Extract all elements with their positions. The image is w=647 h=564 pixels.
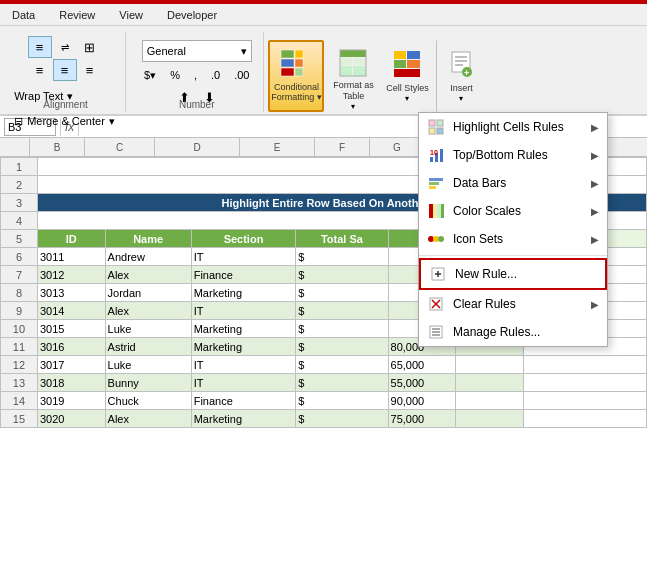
cell-name[interactable]: Andrew [105,248,191,266]
cell-name[interactable]: Astrid [105,338,191,356]
data-bars-item[interactable]: Data Bars ▶ [419,169,607,197]
cell-id[interactable]: 3018 [37,374,105,392]
clear-rules-item[interactable]: Clear Rules ▶ [419,290,607,318]
cell-id[interactable]: 3015 [37,320,105,338]
wrap-text-btn[interactable]: ⇌ [53,36,77,58]
cell-extra[interactable] [523,374,646,392]
row-num-3: 3 [1,194,38,212]
cell-section[interactable]: Finance [191,266,296,284]
new-rule-item[interactable]: New Rule... [419,258,607,290]
cell-f[interactable] [456,392,524,410]
percent-btn[interactable]: % [164,66,186,85]
cell-name[interactable]: Alex [105,302,191,320]
svg-rect-33 [429,186,436,189]
menu-developer[interactable]: Developer [163,7,221,23]
merge-icon[interactable]: ⊞ [78,36,102,58]
number-format-value: General [147,45,186,57]
number-format-dropdown[interactable]: General ▾ [142,40,252,62]
cell-section[interactable]: Marketing [191,284,296,302]
col-header-D[interactable]: D [155,138,240,156]
align-left-btn[interactable]: ≡ [28,59,52,81]
cell-total[interactable]: $ [296,320,388,338]
cell-id[interactable]: 3017 [37,356,105,374]
cell-id[interactable]: 3019 [37,392,105,410]
number-group: General ▾ $▾ % , .0 .00 ⬆ ⬇ Number [130,32,264,112]
cell-f[interactable] [456,374,524,392]
cell-name[interactable]: Alex [105,410,191,428]
cell-total[interactable]: $ [296,356,388,374]
dollar-btn[interactable]: $▾ [138,66,162,85]
alignment-group: ≡ ⇌ ⊞ ≡ ≡ ≡ Wrap Text ▾ ⊟ Merge & Center… [6,32,126,112]
insert-button[interactable]: + Insert [436,40,486,112]
cell-total[interactable]: $ [296,410,388,428]
cell-name[interactable]: Jordan [105,284,191,302]
cell-name[interactable]: Bunny [105,374,191,392]
cell-section[interactable]: Marketing [191,338,296,356]
format-table-icon [339,45,367,80]
menu-data[interactable]: Data [8,7,39,23]
cf-label: ConditionalFormatting ▾ [271,83,322,103]
cell-extra[interactable] [523,410,646,428]
cell-e[interactable]: 75,000 [388,410,456,428]
icon-sets-arrow: ▶ [591,234,599,245]
cell-e[interactable]: 55,000 [388,374,456,392]
align-center-btn[interactable]: ≡ [53,59,77,81]
cell-f[interactable] [456,410,524,428]
cell-f[interactable] [456,356,524,374]
conditional-formatting-button[interactable]: ConditionalFormatting ▾ [268,40,324,112]
cell-section[interactable]: Marketing [191,410,296,428]
cell-id[interactable]: 3012 [37,266,105,284]
cell-total[interactable]: $ [296,374,388,392]
cell-section[interactable]: IT [191,374,296,392]
cell-section[interactable]: IT [191,356,296,374]
manage-rules-item[interactable]: Manage Rules... [419,318,607,346]
format-table-button[interactable]: Format as Table [328,40,378,112]
svg-rect-1 [295,50,303,58]
cell-extra[interactable] [523,392,646,410]
cell-name[interactable]: Luke [105,356,191,374]
cell-total[interactable]: $ [296,248,388,266]
cell-extra[interactable] [523,356,646,374]
cell-e[interactable]: 90,000 [388,392,456,410]
cell-total[interactable]: $ [296,302,388,320]
color-scales-item[interactable]: Color Scales ▶ [419,197,607,225]
cell-section[interactable]: Marketing [191,320,296,338]
decrease-decimal-btn[interactable]: .0 [205,66,226,85]
menu-view[interactable]: View [115,7,147,23]
cell-e[interactable]: 65,000 [388,356,456,374]
cell-id[interactable]: 3020 [37,410,105,428]
align-top-btn[interactable]: ≡ [28,36,52,58]
comma-btn[interactable]: , [188,66,203,85]
highlight-cells-rules-item[interactable]: Highlight Cells Rules ▶ [419,113,607,141]
cell-section[interactable]: IT [191,248,296,266]
merge-center-button[interactable]: ⊟ Merge & Center ▾ [7,110,122,132]
col-header-E[interactable]: E [240,138,315,156]
menu-review[interactable]: Review [55,7,99,23]
increase-decimal-btn[interactable]: .00 [228,66,255,85]
col-header-F[interactable]: F [315,138,370,156]
cell-section[interactable]: IT [191,302,296,320]
cell-name[interactable]: Alex [105,266,191,284]
icon-sets-item[interactable]: Icon Sets ▶ [419,225,607,253]
row-num-2: 2 [1,176,38,194]
cell-name[interactable]: Luke [105,320,191,338]
col-header-G[interactable]: G [370,138,425,156]
col-header-B[interactable]: B [30,138,85,156]
col-header-C[interactable]: C [85,138,155,156]
cell-total[interactable]: $ [296,392,388,410]
cell-total[interactable]: $ [296,338,388,356]
cell-name[interactable]: Chuck [105,392,191,410]
cell-section[interactable]: Finance [191,392,296,410]
cell-id[interactable]: 3013 [37,284,105,302]
cell-total[interactable]: $ [296,266,388,284]
top-bottom-rules-item[interactable]: 10 Top/Bottom Rules ▶ [419,141,607,169]
number-format-arrow: ▾ [241,45,247,58]
cell-id[interactable]: 3014 [37,302,105,320]
row-num-4: 4 [1,212,38,230]
align-right-btn[interactable]: ≡ [78,59,102,81]
cell-total[interactable]: $ [296,284,388,302]
cell-styles-button[interactable]: Cell Styles [382,40,432,112]
insert-icon: + [449,45,473,83]
cell-id[interactable]: 3011 [37,248,105,266]
cell-id[interactable]: 3016 [37,338,105,356]
